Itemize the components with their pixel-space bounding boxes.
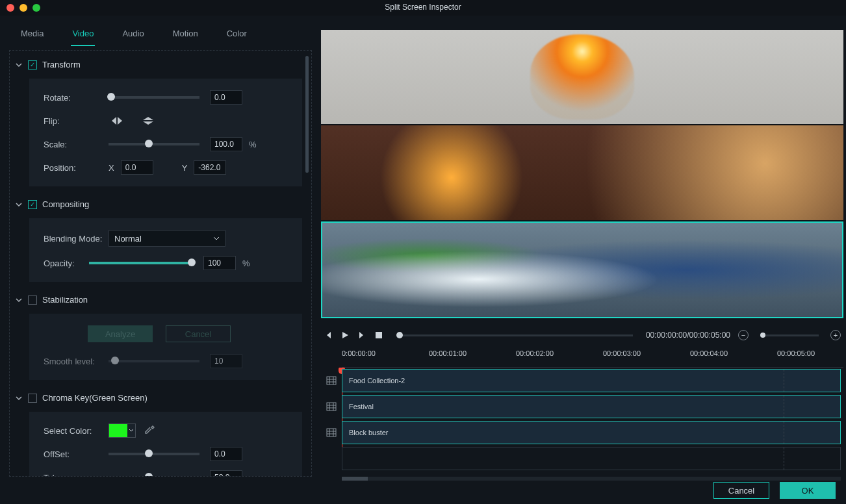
tolerance-input[interactable] — [210, 470, 242, 477]
tolerance-label: Tolerance: — [44, 473, 109, 477]
preview-pane-3[interactable] — [321, 221, 843, 318]
svg-rect-0 — [376, 332, 382, 338]
section-toggle-compositing[interactable]: ✓ Compositing — [12, 193, 303, 218]
tab-media[interactable]: Media — [19, 25, 45, 46]
ok-button[interactable]: OK — [780, 482, 836, 499]
scale-slider[interactable] — [109, 143, 199, 145]
track-icon — [321, 420, 342, 446]
timeline-ruler[interactable]: 0:00:00:00 00:00:01:00 00:00:02:00 00:00… — [342, 348, 843, 368]
clip-name: Food Collection-2 — [349, 377, 405, 384]
offset-label: OffSet: — [44, 449, 109, 459]
window-title: Split Screen Inspector — [0, 3, 846, 12]
svg-rect-2 — [327, 403, 336, 410]
opacity-slider[interactable] — [89, 262, 193, 264]
tab-color[interactable]: Color — [225, 25, 248, 46]
smooth-input[interactable] — [210, 354, 242, 368]
clip-bar[interactable]: Food Collection-2 — [342, 369, 841, 392]
x-label: X — [109, 163, 114, 173]
chevron-down-icon — [15, 296, 23, 304]
eyedropper-icon[interactable] — [145, 425, 155, 437]
ruler-tick: 00:00:05:00 — [777, 349, 815, 357]
scale-label: Scale: — [44, 140, 109, 149]
preview-area — [321, 30, 843, 318]
scale-input[interactable] — [210, 137, 242, 151]
chevron-down-icon — [127, 424, 135, 437]
chevron-down-icon — [15, 201, 23, 208]
zoom-slider[interactable] — [760, 334, 819, 336]
chroma-color-swatch[interactable] — [109, 423, 136, 438]
section-title: Compositing — [42, 199, 89, 209]
stabilization-cancel-button[interactable]: Cancel — [166, 325, 231, 342]
track-row: Festival — [321, 394, 843, 420]
smooth-label: Smooth level: — [44, 357, 109, 366]
dialog-footer: Cancel OK — [713, 482, 836, 499]
ruler-tick: 00:00:02:00 — [516, 349, 554, 357]
flip-horizontal-icon[interactable] — [109, 114, 125, 128]
flip-label: Flip: — [44, 116, 109, 126]
section-toggle-stabilization[interactable]: ✓ Stabilization — [12, 288, 303, 314]
prev-frame-button[interactable] — [324, 331, 333, 340]
zoom-out-button[interactable]: − — [738, 330, 749, 340]
rotate-input[interactable] — [210, 90, 242, 105]
opacity-input[interactable] — [203, 256, 236, 270]
clip-bar[interactable]: Festival — [342, 395, 841, 418]
blending-label: Blending Mode: — [44, 234, 109, 244]
section-toggle-transform[interactable]: ✓ Transform — [12, 53, 303, 79]
clip-name: Block buster — [349, 429, 389, 436]
select-color-label: Select Color: — [44, 426, 109, 436]
chevron-down-icon — [15, 394, 23, 402]
section-title: Chroma Key(Green Screen) — [42, 393, 147, 403]
svg-rect-3 — [327, 429, 336, 436]
zoom-in-button[interactable]: + — [830, 330, 841, 340]
ruler-tick: 00:00:01:00 — [429, 349, 467, 357]
chevron-down-icon — [15, 61, 23, 69]
timecode-display: 00:00:00:00/00:00:05:00 — [646, 331, 730, 340]
clip-bar[interactable]: Block buster — [342, 421, 841, 444]
flip-vertical-icon[interactable] — [140, 114, 157, 128]
track-row: Block buster — [321, 420, 843, 446]
playback-bar: 00:00:00:00/00:00:05:00 − + — [321, 326, 843, 344]
preview-pane-2[interactable] — [321, 125, 843, 220]
empty-clip-bar[interactable] — [342, 447, 841, 470]
track-icon — [321, 446, 342, 472]
tab-video[interactable]: Video — [71, 25, 95, 46]
opacity-unit: % — [242, 258, 250, 268]
tab-audio[interactable]: Audio — [121, 25, 145, 46]
blending-mode-value: Normal — [114, 234, 142, 244]
track-row — [321, 446, 843, 472]
svg-rect-1 — [327, 377, 336, 384]
next-frame-button[interactable] — [357, 331, 366, 340]
position-y-input[interactable] — [194, 160, 226, 175]
cancel-button[interactable]: Cancel — [713, 482, 769, 499]
ruler-tick: 00:00:03:00 — [603, 349, 641, 357]
stop-button[interactable] — [374, 331, 383, 340]
position-x-input[interactable] — [121, 160, 153, 175]
play-button[interactable] — [340, 331, 350, 340]
ruler-tick: 0:00:00:00 — [342, 349, 376, 357]
timeline: 0:00:00:00 00:00:01:00 00:00:02:00 00:00… — [321, 348, 843, 481]
tolerance-slider[interactable] — [109, 476, 199, 477]
scrollbar-thumb[interactable] — [305, 56, 309, 173]
preview-pane-1[interactable] — [321, 30, 843, 124]
scale-unit: % — [249, 140, 257, 149]
position-label: Position: — [44, 163, 109, 173]
smooth-slider[interactable] — [109, 360, 199, 362]
offset-slider[interactable] — [109, 453, 199, 455]
checkbox-stabilization[interactable]: ✓ — [28, 296, 37, 305]
chevron-down-icon — [213, 235, 220, 242]
timeline-hscroll[interactable] — [342, 477, 841, 481]
inspector-tabs: Media Video Audio Motion Color — [9, 19, 312, 46]
opacity-label: Opacity: — [44, 258, 89, 268]
playback-progress[interactable] — [396, 334, 633, 336]
section-toggle-chroma[interactable]: ✓ Chroma Key(Green Screen) — [12, 386, 303, 412]
inspector-panel: ✓ Transform Rotate: Flip: — [9, 50, 312, 477]
checkbox-transform[interactable]: ✓ — [28, 60, 37, 69]
rotate-slider[interactable] — [109, 96, 199, 99]
analyze-button[interactable]: Analyze — [88, 325, 153, 342]
blending-mode-select[interactable]: Normal — [109, 230, 225, 247]
tab-motion[interactable]: Motion — [172, 25, 199, 46]
y-label: Y — [182, 163, 188, 173]
checkbox-compositing[interactable]: ✓ — [28, 200, 37, 209]
checkbox-chroma[interactable]: ✓ — [28, 394, 37, 403]
offset-input[interactable] — [210, 447, 242, 461]
